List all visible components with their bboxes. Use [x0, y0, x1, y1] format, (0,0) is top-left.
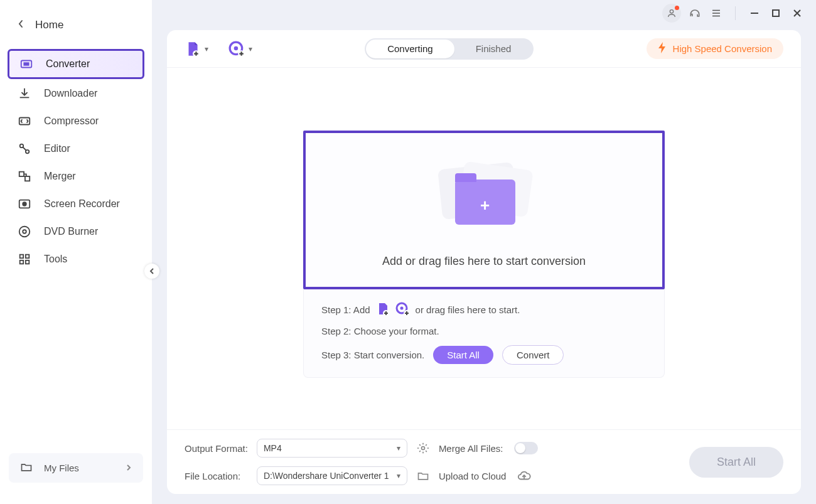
merge-toggle[interactable] — [514, 442, 538, 454]
file-location-value: D:\Wondershare UniConverter 1 — [264, 471, 389, 481]
chevron-right-icon — [126, 463, 132, 473]
settings-icon[interactable] — [416, 441, 430, 455]
sidebar-item-compressor[interactable]: Compressor — [8, 108, 144, 134]
chevron-down-icon: ▾ — [205, 45, 208, 53]
sidebar-item-editor[interactable]: Editor — [8, 136, 144, 162]
separator — [735, 6, 736, 20]
merge-label: Merge All Files: — [439, 443, 503, 454]
add-file-button[interactable]: ▾ — [185, 41, 208, 57]
download-icon — [18, 87, 31, 100]
svg-point-10 — [23, 230, 26, 233]
step3-text: Step 3: Start conversion. — [321, 350, 424, 360]
lightning-icon — [658, 42, 667, 55]
svg-rect-6 — [25, 176, 30, 181]
dvd-icon — [18, 225, 31, 239]
steps-panel: Step 1: Add or drag files here to start.… — [303, 289, 665, 378]
my-files-label: My Files — [44, 463, 79, 473]
chevron-down-icon: ▾ — [397, 444, 400, 453]
titlebar — [152, 0, 816, 26]
start-all-main-button[interactable]: Start All — [689, 447, 783, 478]
notification-dot-icon — [675, 6, 679, 10]
output-format-label: Output Format: — [185, 443, 248, 454]
close-button[interactable] — [790, 6, 805, 21]
my-files-button[interactable]: My Files — [9, 453, 143, 483]
svg-point-23 — [400, 307, 403, 310]
high-speed-badge[interactable]: High Speed Conversion — [647, 38, 783, 59]
svg-rect-13 — [20, 260, 24, 264]
tools-icon — [18, 252, 31, 266]
chevron-down-icon: ▾ — [397, 471, 400, 480]
sidebar-item-downloader[interactable]: Downloader — [8, 80, 144, 107]
sidebar-item-dvd-burner[interactable]: DVD Burner — [8, 218, 144, 245]
tab-label: Finished — [476, 43, 512, 54]
step1-text-b: or drag files here to start. — [416, 304, 520, 315]
chevron-down-icon: ▾ — [249, 45, 252, 53]
sidebar-item-label: Screen Recorder — [44, 198, 120, 210]
sidebar-item-converter[interactable]: Converter — [8, 49, 144, 79]
svg-point-9 — [19, 227, 30, 237]
convert-button[interactable]: Convert — [502, 345, 564, 365]
footer: Output Format: MP4 ▾ Merge All Files: St… — [167, 429, 801, 494]
step1-text-a: Step 1: Add — [321, 304, 370, 315]
sidebar-item-label: DVD Burner — [44, 226, 98, 237]
converter-icon — [19, 57, 33, 71]
svg-point-19 — [234, 46, 239, 50]
editor-icon — [18, 142, 31, 156]
open-folder-icon[interactable] — [416, 469, 430, 483]
output-format-value: MP4 — [264, 443, 282, 453]
maximize-button[interactable] — [768, 6, 783, 21]
output-format-select[interactable]: MP4 ▾ — [257, 439, 407, 458]
sidebar-item-label: Tools — [44, 254, 67, 265]
dropzone-text: Add or drag files here to start conversi… — [382, 255, 586, 268]
folder-icon — [20, 461, 33, 475]
svg-rect-11 — [20, 255, 24, 259]
tab-converting[interactable]: Converting — [366, 40, 454, 58]
cloud-icon[interactable] — [517, 469, 531, 483]
account-button[interactable] — [662, 4, 681, 23]
add-folder-icon: + — [434, 161, 534, 236]
compress-icon — [18, 114, 31, 128]
svg-rect-1 — [23, 62, 29, 66]
high-speed-label: High Speed Conversion — [673, 43, 772, 54]
screen-recorder-icon — [18, 197, 31, 211]
merger-icon — [18, 169, 31, 183]
svg-rect-14 — [26, 260, 30, 264]
add-disc-icon[interactable] — [395, 302, 411, 317]
main-panel: ▾ ▾ Converting Finished — [167, 30, 801, 494]
minimize-button[interactable] — [747, 6, 762, 21]
support-button[interactable] — [687, 6, 702, 21]
add-file-icon[interactable] — [375, 302, 390, 317]
sidebar-item-label: Converter — [46, 58, 90, 70]
file-location-label: File Location: — [185, 471, 248, 481]
sidebar: Home Converter Downloader Compressor — [0, 0, 152, 504]
menu-button[interactable] — [709, 6, 724, 21]
sidebar-item-label: Editor — [44, 143, 70, 154]
sidebar-item-merger[interactable]: Merger — [8, 163, 144, 190]
sidebar-collapse-button[interactable] — [144, 264, 159, 279]
svg-point-25 — [421, 447, 424, 450]
tab-label: Converting — [387, 43, 433, 54]
step2-text: Step 2: Choose your format. — [321, 326, 647, 336]
file-location-select[interactable]: D:\Wondershare UniConverter 1 ▾ — [257, 466, 407, 485]
svg-rect-16 — [773, 10, 779, 16]
nav-home-label: Home — [35, 19, 63, 31]
sidebar-item-label: Merger — [44, 171, 76, 182]
add-disc-button[interactable]: ▾ — [228, 41, 252, 57]
sidebar-item-tools[interactable]: Tools — [8, 246, 144, 272]
tab-finished[interactable]: Finished — [454, 40, 533, 58]
svg-point-8 — [23, 202, 26, 206]
tab-group: Converting Finished — [365, 38, 534, 60]
start-all-button[interactable]: Start All — [433, 346, 493, 364]
svg-rect-5 — [19, 172, 24, 176]
svg-rect-12 — [26, 255, 30, 259]
sidebar-item-screen-recorder[interactable]: Screen Recorder — [8, 191, 144, 217]
chevron-left-icon — [18, 19, 24, 31]
svg-point-15 — [670, 10, 673, 13]
nav-home[interactable]: Home — [0, 13, 152, 49]
dropzone[interactable]: + Add or drag files here to start conver… — [303, 131, 665, 289]
sidebar-item-label: Downloader — [44, 88, 97, 99]
sidebar-item-label: Compressor — [44, 115, 99, 127]
upload-cloud-label: Upload to Cloud — [439, 471, 507, 481]
